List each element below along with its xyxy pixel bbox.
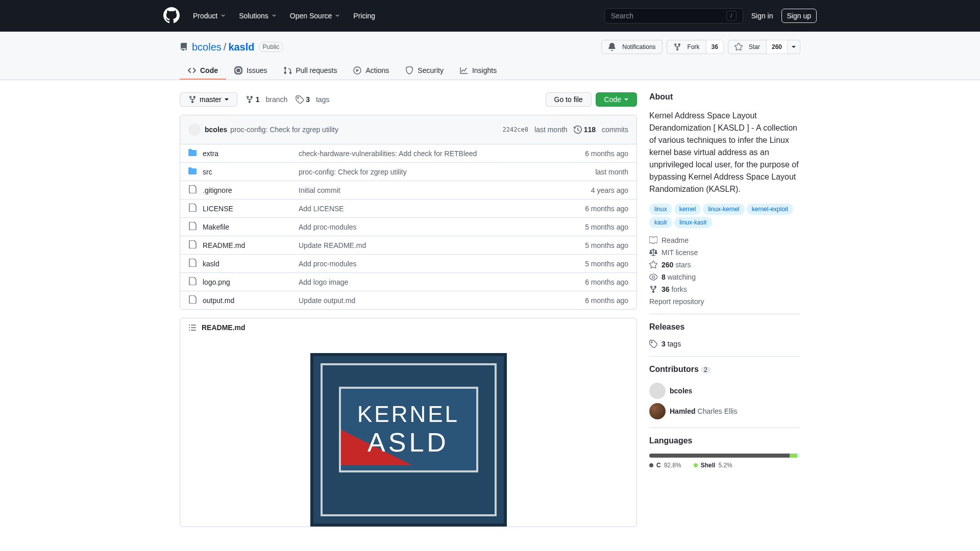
license-link[interactable]: MIT license — [649, 248, 800, 257]
file-name-link[interactable]: README.md — [203, 241, 245, 249]
topics-list: linuxkernellinux-kernelkernel-exploitkas… — [649, 204, 800, 228]
file-commit-msg-link[interactable]: Update output.md — [299, 296, 549, 305]
branches-link[interactable]: 1 branch — [246, 95, 288, 104]
topic-tag[interactable]: linux-kaslr — [674, 217, 712, 228]
file-row: LICENSE Add LICENSE 6 months ago — [180, 199, 636, 218]
github-logo[interactable] — [163, 7, 180, 25]
star-count[interactable]: 260 — [767, 40, 788, 54]
tab-issues[interactable]: Issues — [226, 62, 275, 80]
slash-hint: / — [726, 11, 737, 21]
global-header: Product Solutions Open Source Pricing / … — [0, 0, 980, 32]
watching-link[interactable]: 8 watching — [649, 273, 800, 281]
file-name-link[interactable]: Makefile — [203, 223, 229, 231]
topic-tag[interactable]: linux-kernel — [703, 204, 744, 215]
readme-box: README.md KERNEL ASLD — [180, 318, 637, 527]
contributor-avatar — [649, 383, 666, 399]
tab-code[interactable]: Code — [180, 62, 226, 80]
tab-security[interactable]: Security — [397, 62, 452, 80]
commit-message-link[interactable]: proc-config: Check for zgrep utility — [230, 126, 338, 134]
file-name-link[interactable]: output.md — [203, 296, 234, 305]
file-commit-msg-link[interactable]: proc-config: Check for zgrep utility — [299, 168, 549, 176]
file-name-link[interactable]: kasld — [203, 260, 219, 268]
contributor-link[interactable]: bcoles — [649, 383, 800, 399]
stars-link[interactable]: 260 stars — [649, 261, 800, 269]
repo-tabnav: Code Issues Pull requests Actions Securi… — [180, 62, 800, 80]
language-dot — [694, 463, 698, 467]
fork-button[interactable]: Fork — [667, 40, 706, 54]
file-commit-msg-link[interactable]: Initial commit — [299, 186, 549, 194]
tab-insights[interactable]: Insights — [452, 62, 505, 80]
owner-link[interactable]: bcoles — [192, 41, 222, 53]
nav-solutions[interactable]: Solutions — [234, 8, 283, 24]
tags-link[interactable]: 3 tags — [296, 95, 329, 104]
language-segment — [790, 454, 797, 458]
readme-logo-image: KERNEL ASLD — [310, 353, 507, 527]
forks-link[interactable]: 36 forks — [649, 285, 800, 293]
repo-link[interactable]: kasld — [228, 41, 254, 53]
releases-tags-link[interactable]: 3 tags — [649, 340, 800, 348]
file-row: Makefile Add proc-modules 5 months ago — [180, 218, 636, 236]
language-item[interactable]: C92.8% — [649, 462, 681, 469]
file-commit-msg-link[interactable]: Add LICENSE — [299, 205, 549, 213]
file-row: output.md Update output.md 6 months ago — [180, 291, 636, 309]
tab-pullrequests[interactable]: Pull requests — [275, 62, 345, 80]
fork-count[interactable]: 36 — [706, 40, 724, 54]
contributor-link[interactable]: HamledCharles Ellis — [649, 403, 800, 419]
file-icon — [188, 259, 197, 268]
topic-tag[interactable]: kaslr — [649, 217, 672, 228]
visibility-badge: Public — [259, 42, 284, 52]
search-box[interactable]: / — [604, 8, 743, 23]
list-icon — [188, 323, 197, 332]
file-commit-msg-link[interactable]: Add proc-modules — [299, 223, 549, 231]
file-listing: bcoles proc-config: Check for zgrep util… — [180, 115, 637, 310]
commit-sha-link[interactable]: 2242ce8 — [502, 126, 528, 133]
folder-icon — [188, 148, 197, 158]
file-icon — [188, 295, 197, 305]
topic-tag[interactable]: kernel-exploit — [747, 204, 793, 215]
topic-tag[interactable]: kernel — [674, 204, 701, 215]
nav-opensource[interactable]: Open Source — [285, 8, 347, 24]
branch-select[interactable]: master — [180, 92, 237, 107]
nav-product[interactable]: Product — [188, 8, 232, 24]
file-name-link[interactable]: extra — [203, 149, 218, 158]
commits-history-link[interactable]: 118 commits — [574, 126, 628, 134]
languages-heading: Languages — [649, 436, 800, 445]
file-commit-msg-link[interactable]: check-hardware-vulnerabilities: Add chec… — [299, 149, 549, 158]
file-name-link[interactable]: logo.png — [203, 278, 230, 286]
about-description: Kernel Address Space Layout Derandomizat… — [649, 110, 800, 195]
folder-icon — [188, 167, 197, 177]
language-item[interactable]: Shell5.2% — [694, 462, 732, 469]
readme-link[interactable]: Readme — [649, 236, 800, 244]
commit-author-link[interactable]: bcoles — [205, 126, 227, 134]
go-to-file-button[interactable]: Go to file — [546, 92, 592, 107]
repo-icon — [180, 43, 188, 51]
topic-tag[interactable]: linux — [649, 204, 672, 215]
file-commit-msg-link[interactable]: Add proc-modules — [299, 260, 549, 268]
repo-head: bcoles / kasld Public Notifications Fork… — [0, 32, 980, 80]
file-name-link[interactable]: LICENSE — [203, 205, 233, 213]
star-menu-caret[interactable] — [788, 40, 800, 54]
file-date: 6 months ago — [557, 296, 628, 305]
commit-author-avatar[interactable] — [188, 123, 201, 136]
contributors-heading: Contributors2 — [649, 365, 800, 374]
file-row: .gitignore Initial commit 4 years ago — [180, 181, 636, 199]
file-name-link[interactable]: .gitignore — [203, 186, 232, 194]
notifications-button[interactable]: Notifications — [601, 40, 662, 54]
star-button[interactable]: Star — [728, 40, 767, 54]
file-commit-msg-link[interactable]: Update README.md — [299, 241, 549, 249]
signin-link[interactable]: Sign in — [751, 12, 773, 20]
language-segment-other — [797, 454, 800, 458]
file-date: last month — [557, 168, 628, 176]
file-name-link[interactable]: src — [203, 168, 212, 176]
nav-pricing[interactable]: Pricing — [348, 8, 380, 24]
readme-filename-link[interactable]: README.md — [202, 323, 246, 332]
code-dropdown-button[interactable]: Code — [596, 92, 637, 107]
report-repository-link[interactable]: Report repository — [649, 297, 800, 306]
tab-actions[interactable]: Actions — [345, 62, 397, 80]
file-commit-msg-link[interactable]: Add logo image — [299, 278, 549, 286]
global-nav: Product Solutions Open Source Pricing — [188, 8, 380, 24]
signup-button[interactable]: Sign up — [781, 9, 817, 23]
file-date: 5 months ago — [557, 260, 628, 268]
about-heading: About — [649, 92, 800, 102]
search-input[interactable] — [611, 12, 726, 20]
